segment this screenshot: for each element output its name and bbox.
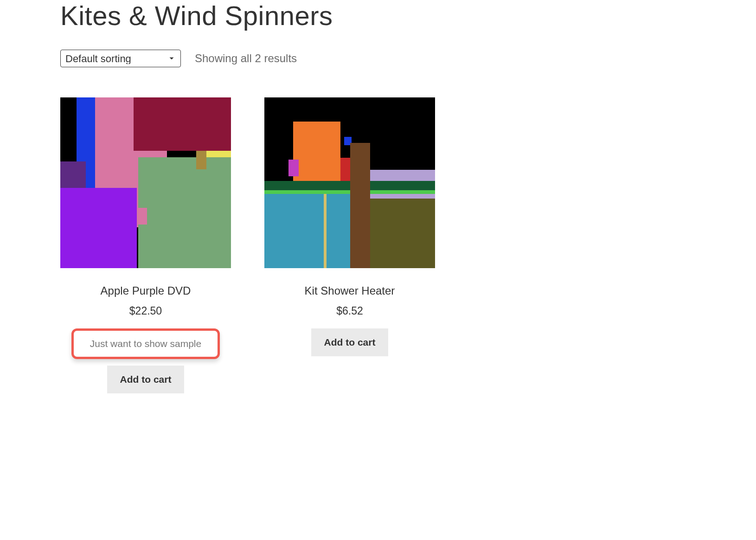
catalog-toolbar: Default sorting Showing all 2 results <box>60 50 696 67</box>
product-card: Kit Shower Heater $6.52 Add to cart <box>264 97 435 393</box>
product-grid: Apple Purple DVD $22.50 Just want to sho… <box>60 97 696 393</box>
add-to-cart-button[interactable]: Add to cart <box>311 328 389 356</box>
product-title[interactable]: Apple Purple DVD <box>101 284 191 297</box>
sort-select[interactable]: Default sorting <box>60 50 181 67</box>
product-price: $6.52 <box>336 305 363 317</box>
sample-callout: Just want to show sample <box>71 328 220 359</box>
product-price: $22.50 <box>129 305 162 317</box>
product-image[interactable] <box>60 97 231 268</box>
product-image[interactable] <box>264 97 435 268</box>
results-count: Showing all 2 results <box>195 52 297 65</box>
page-title: Kites & Wind Spinners <box>60 0 696 31</box>
product-title[interactable]: Kit Shower Heater <box>305 284 395 297</box>
add-to-cart-button[interactable]: Add to cart <box>107 366 185 393</box>
product-card: Apple Purple DVD $22.50 Just want to sho… <box>60 97 231 393</box>
